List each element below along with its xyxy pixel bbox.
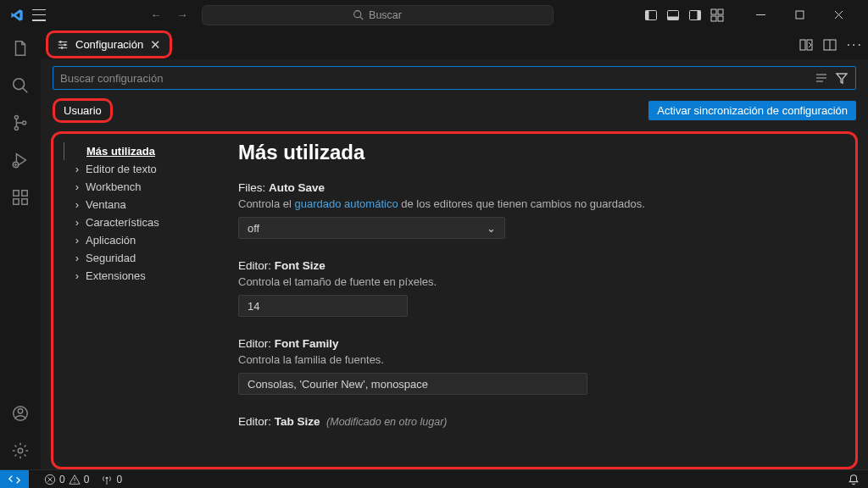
layout-customize-icon[interactable] — [710, 8, 724, 22]
tab-settings[interactable]: Configuración ✕ — [46, 30, 172, 58]
tree-item-aplicacion[interactable]: ›Aplicación — [64, 231, 233, 249]
svg-rect-23 — [14, 199, 19, 204]
window-minimize-button[interactable] — [741, 0, 780, 30]
svg-point-30 — [64, 43, 66, 46]
tab-close-icon[interactable]: ✕ — [150, 37, 161, 53]
menu-hamburger-icon[interactable] — [32, 9, 46, 21]
activity-extensions-icon[interactable] — [10, 187, 31, 208]
tree-item-extensiones[interactable]: ›Extensiones — [64, 267, 233, 285]
command-center-placeholder: Buscar — [369, 9, 402, 21]
svg-line-17 — [23, 88, 28, 93]
warning-icon — [69, 474, 81, 485]
svg-rect-8 — [711, 9, 716, 14]
settings-tree: Más utilizada ›Editor de texto ›Workbenc… — [64, 141, 233, 467]
svg-point-40 — [74, 481, 75, 482]
setting-description: Controla el tamaño de fuente en píxeles. — [238, 275, 838, 288]
activity-search-icon[interactable] — [10, 75, 31, 96]
svg-rect-9 — [718, 9, 723, 14]
settings-search-input[interactable] — [60, 72, 815, 85]
autosave-select[interactable]: off⌄ — [238, 217, 505, 239]
svg-point-19 — [14, 126, 18, 130]
remote-indicator[interactable] — [0, 470, 29, 489]
setting-files-autosave: Files: Auto Save Controla el guardado au… — [238, 181, 838, 239]
svg-rect-10 — [711, 16, 716, 21]
svg-rect-25 — [22, 191, 27, 196]
tree-item-ventana[interactable]: ›Ventana — [64, 196, 233, 214]
activity-bar — [0, 30, 41, 469]
editor-tab-bar: Configuración ✕ ··· — [41, 30, 868, 59]
fontfamily-input[interactable]: Consolas, 'Courier New', monospace — [238, 373, 587, 395]
radio-tower-icon — [101, 474, 113, 485]
setting-description: Controla el guardado automático de los e… — [238, 197, 838, 210]
tree-item-editor-texto[interactable]: ›Editor de texto — [64, 160, 233, 178]
activity-source-control-icon[interactable] — [10, 113, 31, 133]
scope-tab-user[interactable]: Usuario — [53, 98, 113, 123]
setting-editor-fontsize: Editor: Font Size Controla el tamaño de … — [238, 259, 838, 317]
svg-point-0 — [354, 11, 361, 18]
nav-forward-icon[interactable]: → — [177, 8, 188, 21]
layout-bottom-icon[interactable] — [666, 8, 680, 22]
svg-rect-22 — [14, 191, 19, 196]
split-editor-icon[interactable] — [823, 38, 837, 52]
svg-line-1 — [360, 17, 363, 19]
setting-title: Editor: Font Family — [238, 337, 838, 350]
filter-icon[interactable] — [835, 71, 849, 85]
setting-title: Editor: Tab Size (Modificado en otro lug… — [238, 415, 838, 428]
chevron-down-icon: ⌄ — [487, 222, 496, 235]
tree-item-seguridad[interactable]: ›Seguridad — [64, 249, 233, 267]
svg-rect-3 — [646, 10, 649, 19]
tree-item-workbench[interactable]: ›Workbench — [64, 178, 233, 196]
svg-rect-24 — [22, 199, 27, 204]
editor-area: Configuración ✕ ··· Usuario Activar si — [41, 30, 868, 469]
activity-explorer-icon[interactable] — [10, 38, 31, 58]
bell-icon — [848, 474, 860, 485]
window-close-button[interactable] — [819, 0, 858, 30]
fontsize-input[interactable]: 14 — [238, 295, 408, 317]
setting-title: Files: Auto Save — [238, 181, 838, 194]
layout-left-icon[interactable] — [644, 8, 658, 22]
svg-point-41 — [106, 476, 108, 479]
status-bar: 0 0 0 — [0, 469, 868, 488]
svg-point-27 — [18, 409, 23, 414]
svg-point-29 — [59, 41, 62, 43]
settings-search-box[interactable] — [53, 66, 856, 90]
activity-settings-gear-icon[interactable] — [10, 441, 31, 461]
status-problems[interactable]: 0 0 — [44, 474, 89, 485]
activity-accounts-icon[interactable] — [10, 403, 31, 424]
svg-rect-11 — [718, 16, 723, 21]
auto-save-link[interactable]: guardado automático — [294, 197, 398, 210]
svg-point-20 — [23, 121, 26, 125]
activity-debug-icon[interactable] — [10, 150, 31, 170]
settings-content: Más utilizada Files: Auto Save Controla … — [233, 141, 852, 467]
error-icon — [44, 474, 56, 485]
open-to-side-icon[interactable] — [799, 38, 813, 52]
tab-label: Configuración — [75, 38, 143, 51]
setting-editor-fontfamily: Editor: Font Family Controla la familia … — [238, 337, 838, 395]
setting-title: Editor: Font Size — [238, 259, 838, 272]
status-ports[interactable]: 0 — [101, 474, 122, 485]
more-actions-icon[interactable]: ··· — [847, 37, 863, 53]
status-notifications[interactable] — [848, 474, 860, 485]
command-center-search[interactable]: Buscar — [202, 5, 554, 25]
setting-description: Controla la familia de fuentes. — [238, 353, 838, 366]
svg-rect-7 — [698, 10, 701, 19]
clear-search-icon[interactable] — [815, 71, 828, 85]
settings-body-frame: Más utilizada ›Editor de texto ›Workbenc… — [51, 131, 858, 469]
layout-right-icon[interactable] — [688, 8, 702, 22]
svg-rect-5 — [668, 16, 679, 19]
vscode-logo-icon — [10, 8, 24, 22]
modified-indicator: (Modificado en otro lugar) — [326, 416, 447, 428]
nav-back-icon[interactable]: ← — [151, 8, 162, 21]
enable-settings-sync-button[interactable]: Activar sincronización de configuración — [648, 101, 856, 120]
svg-rect-13 — [796, 11, 804, 19]
svg-point-16 — [14, 79, 25, 90]
setting-editor-tabsize: Editor: Tab Size (Modificado en otro lug… — [238, 415, 838, 428]
svg-point-28 — [18, 448, 23, 453]
svg-rect-32 — [800, 40, 805, 50]
window-maximize-button[interactable] — [780, 0, 819, 30]
nav-arrows: ← → — [151, 8, 188, 21]
section-heading: Más utilizada — [238, 141, 838, 164]
tree-item-most-used[interactable]: Más utilizada — [64, 142, 233, 160]
title-bar: ← → Buscar — [0, 0, 868, 30]
tree-item-caracteristicas[interactable]: ›Características — [64, 214, 233, 231]
